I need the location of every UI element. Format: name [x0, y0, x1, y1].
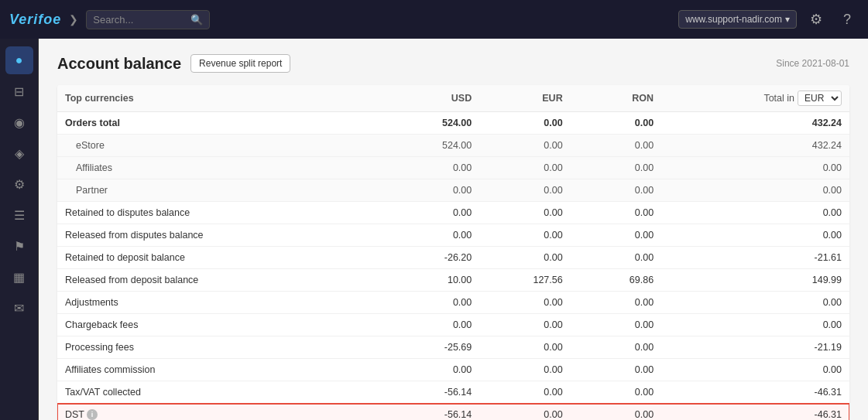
top-navigation: Verifoe ❯ 🔍 www.support-nadir.com ▾ ⚙ ?: [0, 0, 868, 39]
row-label: Affiliates commission: [57, 359, 367, 381]
row-eur: 0.00: [479, 202, 570, 224]
sidebar-item-settings[interactable]: ⚙: [5, 170, 33, 198]
col-ron: RON: [571, 85, 661, 112]
sidebar: ● ⊟ ◉ ◈ ⚙ ☰ ⚑ ▦ ✉: [0, 39, 39, 420]
row-eur: 127.56: [479, 269, 570, 292]
row-ron: 69.86: [571, 269, 661, 292]
since-date: Since 2021-08-01: [776, 58, 849, 69]
row-label: eStore: [57, 135, 367, 157]
nav-chevron-icon: ❯: [69, 13, 78, 26]
row-ron: 0.00: [571, 314, 661, 336]
revenue-split-report-button[interactable]: Revenue split report: [190, 54, 290, 73]
row-total: 0.00: [661, 202, 849, 224]
row-usd: 0.00: [367, 157, 479, 179]
row-label: Processing fees: [57, 336, 367, 359]
row-total: -21.19: [661, 336, 849, 359]
row-ron: 0.00: [571, 381, 661, 404]
row-usd: -56.14: [367, 381, 479, 404]
sidebar-item-messages[interactable]: ✉: [5, 294, 33, 322]
row-label: Orders total: [57, 112, 367, 135]
sidebar-item-dashboard[interactable]: ●: [5, 46, 33, 74]
page-header-left: Account balance Revenue split report: [57, 54, 290, 73]
table-row: Partner 0.00 0.00 0.00 0.00: [57, 179, 849, 202]
row-total: 0.00: [661, 157, 849, 179]
row-eur: 0.00: [479, 359, 570, 381]
table-row: Retained to deposit balance -26.20 0.00 …: [57, 247, 849, 269]
table-row: Retained to disputes balance 0.00 0.00 0…: [57, 202, 849, 224]
row-label: Affiliates: [57, 157, 367, 179]
row-usd: 0.00: [367, 292, 479, 314]
table-row: Processing fees -25.69 0.00 0.00 -21.19: [57, 336, 849, 359]
page-title: Account balance: [57, 55, 181, 73]
row-label: Retained to deposit balance: [57, 247, 367, 269]
row-label: Tax/VAT collected: [57, 381, 367, 404]
sidebar-item-flags[interactable]: ⚑: [5, 232, 33, 260]
col-usd: USD: [367, 85, 479, 112]
row-usd: 0.00: [367, 224, 479, 247]
row-total: 432.24: [661, 135, 849, 157]
row-label: Retained to disputes balance: [57, 202, 367, 224]
row-usd: 0.00: [367, 202, 479, 224]
row-label: Chargeback fees: [57, 314, 367, 336]
row-ron: 0.00: [571, 224, 661, 247]
table-row: Released from disputes balance 0.00 0.00…: [57, 224, 849, 247]
row-ron: 0.00: [571, 112, 661, 135]
domain-selector[interactable]: www.support-nadir.com ▾: [678, 10, 797, 29]
sidebar-item-orders[interactable]: ◉: [5, 108, 33, 136]
table-header-row: Top currencies USD EUR RON Total in EUR …: [57, 85, 849, 112]
row-total: 0.00: [661, 224, 849, 247]
total-in-label: Total in: [763, 93, 794, 104]
row-usd: 524.00: [367, 135, 479, 157]
table-row: Affiliates 0.00 0.00 0.00 0.00: [57, 157, 849, 179]
row-label: DSTi: [57, 404, 367, 421]
row-eur: 0.00: [479, 179, 570, 202]
row-eur: 0.00: [479, 314, 570, 336]
settings-button[interactable]: ⚙: [805, 8, 828, 31]
row-eur: 0.00: [479, 157, 570, 179]
row-total: -46.31: [661, 381, 849, 404]
row-usd: 0.00: [367, 314, 479, 336]
brand-logo: Verifoe: [9, 12, 61, 28]
search-input[interactable]: [93, 14, 186, 26]
sidebar-item-analytics[interactable]: ⊟: [5, 77, 33, 105]
table-row: DSTi -56.14 0.00 0.00 -46.31: [57, 404, 849, 421]
help-button[interactable]: ?: [835, 8, 859, 31]
row-ron: 0.00: [571, 202, 661, 224]
row-usd: -25.69: [367, 336, 479, 359]
table-row: Adjustments 0.00 0.00 0.00 0.00: [57, 292, 849, 314]
row-eur: 0.00: [479, 404, 570, 421]
row-ron: 0.00: [571, 336, 661, 359]
info-icon[interactable]: i: [87, 409, 98, 420]
row-label: Partner: [57, 179, 367, 202]
nav-right: www.support-nadir.com ▾ ⚙ ?: [678, 8, 859, 31]
row-usd: 10.00: [367, 269, 479, 292]
row-eur: 0.00: [479, 224, 570, 247]
row-total: -46.31: [661, 404, 849, 421]
row-ron: 0.00: [571, 292, 661, 314]
row-ron: 0.00: [571, 157, 661, 179]
table-row: Orders total 524.00 0.00 0.00 432.24: [57, 112, 849, 135]
sidebar-item-grid[interactable]: ▦: [5, 263, 33, 291]
row-label: Released from deposit balance: [57, 269, 367, 292]
currency-select[interactable]: EUR USD RON: [798, 90, 842, 106]
row-eur: 0.00: [479, 247, 570, 269]
row-label: Released from disputes balance: [57, 224, 367, 247]
table-row: Chargeback fees 0.00 0.00 0.00 0.00: [57, 314, 849, 336]
row-usd: -26.20: [367, 247, 479, 269]
chevron-down-icon: ▾: [785, 14, 790, 25]
row-eur: 0.00: [479, 336, 570, 359]
row-total: 149.99: [661, 269, 849, 292]
domain-label: www.support-nadir.com: [685, 14, 782, 25]
row-usd: 0.00: [367, 179, 479, 202]
sidebar-item-affiliates[interactable]: ◈: [5, 139, 33, 167]
row-eur: 0.00: [479, 381, 570, 404]
col-label: Top currencies: [57, 85, 367, 112]
row-ron: 0.00: [571, 404, 661, 421]
sidebar-item-reports[interactable]: ☰: [5, 201, 33, 229]
row-ron: 0.00: [571, 359, 661, 381]
row-ron: 0.00: [571, 179, 661, 202]
row-total: 432.24: [661, 112, 849, 135]
search-box[interactable]: 🔍: [86, 10, 210, 29]
row-total: 0.00: [661, 179, 849, 202]
table-row: eStore 524.00 0.00 0.00 432.24: [57, 135, 849, 157]
